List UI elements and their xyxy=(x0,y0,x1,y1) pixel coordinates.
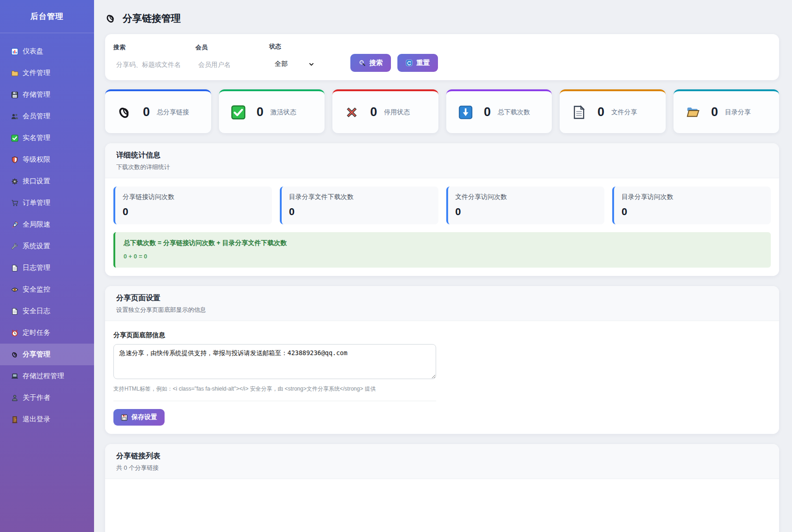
sidebar-item-label: 定时任务 xyxy=(23,328,50,337)
open-folder-icon xyxy=(686,105,700,120)
sidebar-item-label: 安全监控 xyxy=(23,285,50,294)
sidebar-item-label: 仪表盘 xyxy=(23,47,43,56)
floppy-icon xyxy=(11,91,18,99)
share-link-list-card: 分享链接列表 共 0 个分享链接 xyxy=(105,444,779,532)
sidebar-item-label: 安全日志 xyxy=(23,307,50,316)
stat-label: 目录分享 xyxy=(725,108,751,117)
sidebar-item-about-author[interactable]: 关于作者 xyxy=(0,387,94,409)
alarm-clock-icon xyxy=(11,329,18,337)
check-icon xyxy=(231,105,246,120)
reset-button-label: 重置 xyxy=(416,58,430,67)
sidebar-item-label: 实名管理 xyxy=(23,134,50,142)
sidebar-item-label: 存储管理 xyxy=(23,90,50,99)
sidebar-item-security-logs[interactable]: 安全日志 xyxy=(0,300,94,322)
wrench-icon xyxy=(11,243,18,250)
search-field-group: 搜索 xyxy=(113,43,195,72)
page-header: 分享链接管理 xyxy=(105,12,779,25)
mini-stat-label: 目录分享文件下载次数 xyxy=(289,193,431,201)
share-page-settings-title: 分享页面设置 xyxy=(116,293,768,303)
page-title: 分享链接管理 xyxy=(123,12,181,25)
settings-divider xyxy=(113,401,436,401)
sidebar-item-realname[interactable]: 实名管理 xyxy=(0,127,94,149)
sidebar-item-permissions[interactable]: 等级权限 xyxy=(0,149,94,170)
share-page-settings-card: 分享页面设置 设置独立分享页面底部显示的信息 分享页面底部信息 急速分享，由快传… xyxy=(105,286,779,434)
door-icon xyxy=(11,416,18,423)
mini-stat-value: 0 xyxy=(123,206,265,218)
app-title: 后台管理 xyxy=(0,0,94,33)
footer-info-textarea[interactable]: 急速分享，由快传系统提供支持，举报与投诉请发送邮箱至：423889236@qq.… xyxy=(113,344,436,379)
mini-stat-value: 0 xyxy=(289,206,431,218)
stat-label: 停用状态 xyxy=(384,108,410,117)
sidebar-item-label: 订单管理 xyxy=(23,199,50,207)
mini-stat-dir-share-visits: 目录分享访问次数 0 xyxy=(612,187,771,224)
sidebar-item-api-settings[interactable]: 接口设置 xyxy=(0,170,94,192)
folder-icon xyxy=(11,70,18,77)
dashboard-icon xyxy=(11,48,18,55)
member-input[interactable] xyxy=(195,57,269,72)
sidebar-item-share-management[interactable]: 分享管理 xyxy=(0,344,94,365)
formula-value: 0 + 0 = 0 xyxy=(124,253,762,260)
eye-icon xyxy=(11,286,18,293)
gear-icon xyxy=(11,178,18,185)
share-page-settings-subtitle: 设置独立分享页面底部显示的信息 xyxy=(116,306,768,314)
sidebar-item-rate-limit[interactable]: 全局限速 xyxy=(0,214,94,235)
stat-card-file-shares: 0 文件分享 xyxy=(560,89,666,133)
search-button[interactable]: 搜索 xyxy=(350,54,391,72)
stat-card-total-shares: 0 总分享链接 xyxy=(105,89,211,133)
sidebar-item-label: 分享管理 xyxy=(23,350,50,359)
save-settings-button[interactable]: 保存设置 xyxy=(113,409,165,426)
check-box-icon xyxy=(11,134,18,142)
status-select-value: 全部 xyxy=(275,60,288,68)
sidebar-item-label: 全局限速 xyxy=(23,220,50,229)
status-select[interactable]: 全部 xyxy=(269,56,315,72)
sidebar-item-logout[interactable]: 退出登录 xyxy=(0,409,94,430)
reset-button[interactable]: 重置 xyxy=(397,54,438,72)
stat-value: 0 xyxy=(484,105,491,119)
file-icon xyxy=(572,105,586,120)
search-input[interactable] xyxy=(113,57,195,72)
page-icon xyxy=(11,264,18,272)
stat-label: 激活状态 xyxy=(271,108,296,117)
share-page-settings-header: 分享页面设置 设置独立分享页面底部显示的信息 xyxy=(105,286,779,321)
sidebar-item-orders[interactable]: 订单管理 xyxy=(0,192,94,214)
paperclip-icon xyxy=(105,13,116,24)
detail-stats-body: 分享链接访问次数 0 目录分享文件下载次数 0 文件分享访问次数 0 目录分享访… xyxy=(105,178,779,276)
status-field-group: 状态 全部 xyxy=(269,42,315,72)
detail-stats-subtitle: 下载次数的详细统计 xyxy=(116,163,768,171)
sidebar-item-stored-procedures[interactable]: 存储过程管理 xyxy=(0,365,94,387)
sidebar-item-security-monitor[interactable]: 安全监控 xyxy=(0,279,94,300)
search-button-label: 搜索 xyxy=(369,58,383,67)
filter-panel: 搜索 会员 状态 全部 搜索 重置 xyxy=(105,34,779,80)
reset-icon xyxy=(406,59,413,66)
sidebar-item-label: 存储过程管理 xyxy=(23,372,64,380)
sidebar-item-label: 等级权限 xyxy=(23,155,50,164)
sidebar-item-cron-tasks[interactable]: 定时任务 xyxy=(0,322,94,344)
save-icon xyxy=(121,414,128,421)
users-icon xyxy=(11,113,18,120)
page-icon xyxy=(11,308,18,315)
mini-stats-row: 分享链接访问次数 0 目录分享文件下载次数 0 文件分享访问次数 0 目录分享访… xyxy=(113,187,771,224)
share-link-list-title: 分享链接列表 xyxy=(116,451,768,461)
mini-stat-value: 0 xyxy=(621,206,763,218)
share-link-list-subtitle: 共 0 个分享链接 xyxy=(116,464,768,472)
sidebar-item-members[interactable]: 会员管理 xyxy=(0,105,94,127)
mini-stat-share-visits: 分享链接访问次数 0 xyxy=(113,187,272,224)
formula-title: 总下载次数 = 分享链接访问次数 + 目录分享文件下载次数 xyxy=(124,239,762,247)
sidebar-item-dashboard[interactable]: 仪表盘 xyxy=(0,41,94,62)
stat-value: 0 xyxy=(257,105,264,119)
sidebar-item-storage[interactable]: 存储管理 xyxy=(0,84,94,105)
sidebar-item-label: 文件管理 xyxy=(23,69,50,77)
rocket-icon xyxy=(11,221,18,228)
stat-card-disabled: 0 停用状态 xyxy=(332,89,438,133)
share-page-settings-body: 分享页面底部信息 急速分享，由快传系统提供支持，举报与投诉请发送邮箱至：4238… xyxy=(105,321,779,434)
sidebar-item-files[interactable]: 文件管理 xyxy=(0,62,94,84)
detail-stats-title: 详细统计信息 xyxy=(116,151,768,160)
sidebar-item-label: 关于作者 xyxy=(23,393,50,402)
member-label: 会员 xyxy=(195,43,269,52)
status-label: 状态 xyxy=(269,42,315,51)
search-icon xyxy=(359,59,366,66)
sidebar-nav: 仪表盘 文件管理 存储管理 会员管理 实名管理 等级权限 xyxy=(0,33,94,430)
laptop-icon xyxy=(11,373,18,380)
sidebar-item-system-settings[interactable]: 系统设置 xyxy=(0,235,94,257)
sidebar-item-logs[interactable]: 日志管理 xyxy=(0,257,94,279)
